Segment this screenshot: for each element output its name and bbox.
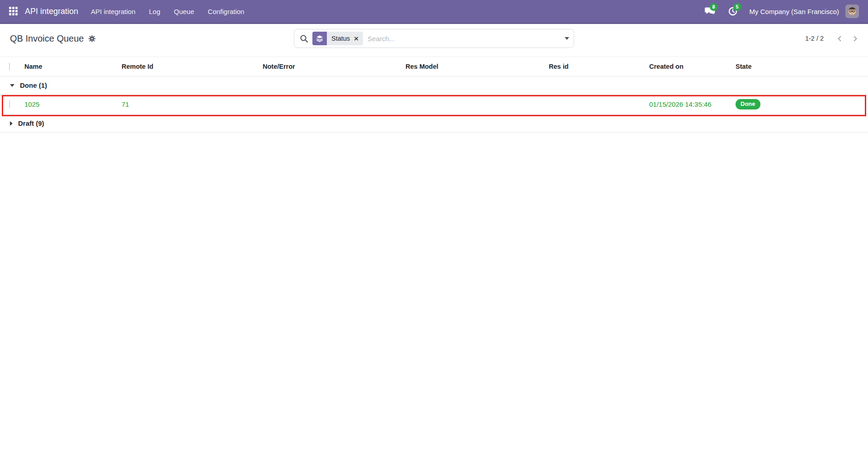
group-by-layers-icon (312, 32, 327, 45)
search-bar: Status × (294, 29, 574, 48)
cell-created-on: 01/15/2026 14:35:46 (646, 100, 732, 108)
row-checkbox[interactable] (9, 100, 10, 108)
group-row-draft[interactable]: Draft (9) (0, 114, 868, 133)
facet-close-icon[interactable]: × (354, 35, 359, 43)
column-header-name[interactable]: Name (21, 63, 118, 70)
app-brand[interactable]: API integration (25, 7, 78, 16)
column-header-note-error[interactable]: Note/Error (259, 63, 402, 70)
control-panel: QB Invoice Queue (0, 24, 868, 53)
cell-name: 1025 (21, 100, 118, 108)
search-dropdown-caret-icon[interactable] (565, 37, 569, 40)
company-switcher[interactable]: My Company (San Francisco) (750, 8, 839, 15)
list-header-row: Name Remote Id Note/Error Res Model Res … (0, 57, 868, 76)
activities-button[interactable]: 5 (728, 6, 738, 16)
activities-count-badge: 5 (733, 3, 741, 11)
systray: 8 5 My Company (San Francisco) (704, 5, 859, 18)
page-title: QB Invoice Queue (10, 33, 84, 44)
cell-remote-id: 71 (118, 100, 259, 108)
navbar-menus: API integration Log Queue Configration (90, 5, 245, 18)
caret-right-icon (10, 121, 13, 126)
caret-down-icon (10, 84, 14, 87)
menu-log[interactable]: Log (148, 5, 161, 18)
breadcrumb: QB Invoice Queue (10, 24, 96, 53)
table-row[interactable]: 1025 71 01/15/2026 14:35:46 Done (0, 95, 868, 114)
column-header-res-model[interactable]: Res Model (402, 63, 545, 70)
column-header-created-on[interactable]: Created on (646, 63, 732, 70)
action-menu-gear-icon[interactable] (88, 35, 96, 43)
user-avatar[interactable] (845, 5, 859, 18)
pager-next-button[interactable] (847, 31, 863, 46)
apps-grid-icon[interactable] (9, 7, 18, 16)
group-row-done[interactable]: Done (1) (0, 76, 868, 95)
pager-value[interactable]: 1-2 / 2 (805, 35, 824, 42)
list-view: Name Remote Id Note/Error Res Model Res … (0, 57, 868, 133)
pager: 1-2 / 2 (805, 24, 863, 53)
pager-previous-button[interactable] (832, 31, 847, 46)
menu-api-integration[interactable]: API integration (90, 5, 136, 18)
search-input[interactable] (368, 35, 565, 43)
messages-button[interactable]: 8 (704, 6, 716, 16)
search-facet-status: Status × (312, 32, 363, 45)
top-navbar: API integration API integration Log Queu… (0, 0, 868, 24)
messages-count-badge: 8 (710, 3, 718, 11)
column-header-state[interactable]: State (732, 63, 868, 70)
menu-configration[interactable]: Configration (207, 5, 245, 18)
group-label: Draft (9) (18, 119, 44, 127)
select-all-checkbox[interactable] (9, 63, 10, 70)
column-header-remote-id[interactable]: Remote Id (118, 63, 259, 70)
state-badge: Done (736, 99, 760, 109)
facet-label: Status (331, 35, 350, 42)
search-icon (300, 34, 308, 43)
menu-queue[interactable]: Queue (173, 5, 195, 18)
column-header-res-id[interactable]: Res id (545, 63, 646, 70)
group-label: Done (1) (20, 81, 47, 89)
